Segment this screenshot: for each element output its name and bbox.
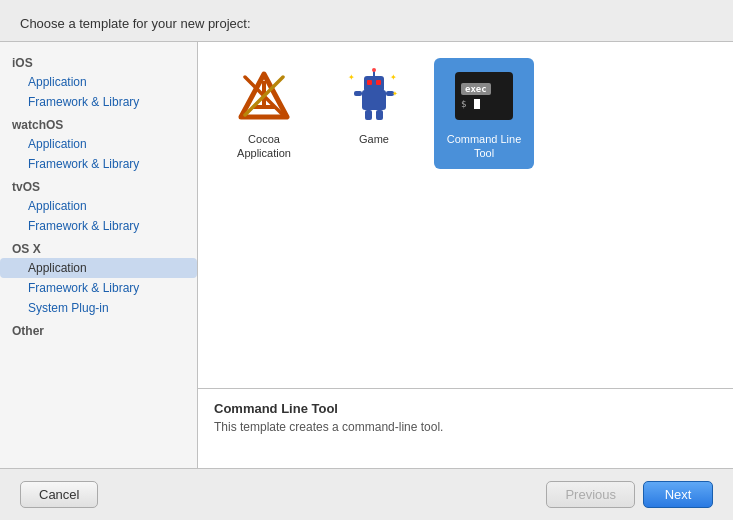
sidebar-item-ios-application[interactable]: Application: [0, 72, 197, 92]
svg-rect-7: [367, 80, 372, 85]
template-grid: Cocoa Application: [198, 42, 733, 388]
cocoa-app-icon: [234, 66, 294, 126]
dialog-body: iOS Application Framework & Library watc…: [0, 41, 733, 469]
game-icon: ✦ ✦ ✦: [344, 66, 404, 126]
svg-text:✦: ✦: [392, 90, 398, 97]
sidebar-item-osx-plugin[interactable]: System Plug-in: [0, 298, 197, 318]
svg-text:✦: ✦: [390, 73, 397, 82]
cmdline-label: Command Line Tool: [440, 132, 528, 161]
sidebar: iOS Application Framework & Library watc…: [0, 42, 198, 468]
svg-rect-5: [362, 90, 386, 110]
template-item-cocoa-app[interactable]: Cocoa Application: [214, 58, 314, 169]
next-button[interactable]: Next: [643, 481, 713, 508]
svg-text:✦: ✦: [348, 73, 355, 82]
svg-point-10: [372, 68, 376, 72]
sidebar-item-tvos-framework[interactable]: Framework & Library: [0, 216, 197, 236]
description-text: This template creates a command-line too…: [214, 420, 717, 434]
cmdline-icon: exec $: [454, 66, 514, 126]
sidebar-section-watchos: watchOS: [0, 112, 197, 134]
sidebar-item-watchos-application[interactable]: Application: [0, 134, 197, 154]
dialog-header: Choose a template for your new project:: [0, 0, 733, 41]
dialog-footer: Cancel Previous Next: [0, 469, 733, 520]
svg-rect-13: [365, 110, 372, 120]
cancel-button[interactable]: Cancel: [20, 481, 98, 508]
template-item-game[interactable]: ✦ ✦ ✦ Game: [324, 58, 424, 169]
sidebar-item-watchos-framework[interactable]: Framework & Library: [0, 154, 197, 174]
sidebar-section-osx: OS X: [0, 236, 197, 258]
svg-rect-14: [376, 110, 383, 120]
sidebar-section-other: Other: [0, 318, 197, 340]
previous-button[interactable]: Previous: [546, 481, 635, 508]
sidebar-item-tvos-application[interactable]: Application: [0, 196, 197, 216]
footer-nav-buttons: Previous Next: [546, 481, 713, 508]
svg-rect-11: [354, 91, 362, 96]
sidebar-section-ios: iOS: [0, 50, 197, 72]
cocoa-app-label: Cocoa Application: [220, 132, 308, 161]
description-area: Command Line Tool This template creates …: [198, 388, 733, 468]
sidebar-item-osx-framework[interactable]: Framework & Library: [0, 278, 197, 298]
game-label: Game: [359, 132, 389, 146]
sidebar-item-osx-application[interactable]: Application: [0, 258, 197, 278]
description-title: Command Line Tool: [214, 401, 717, 416]
sidebar-item-ios-framework[interactable]: Framework & Library: [0, 92, 197, 112]
sidebar-section-tvos: tvOS: [0, 174, 197, 196]
svg-rect-8: [376, 80, 381, 85]
template-item-cmdline[interactable]: exec $ Command Line Tool: [434, 58, 534, 169]
content-area: Cocoa Application: [198, 42, 733, 468]
